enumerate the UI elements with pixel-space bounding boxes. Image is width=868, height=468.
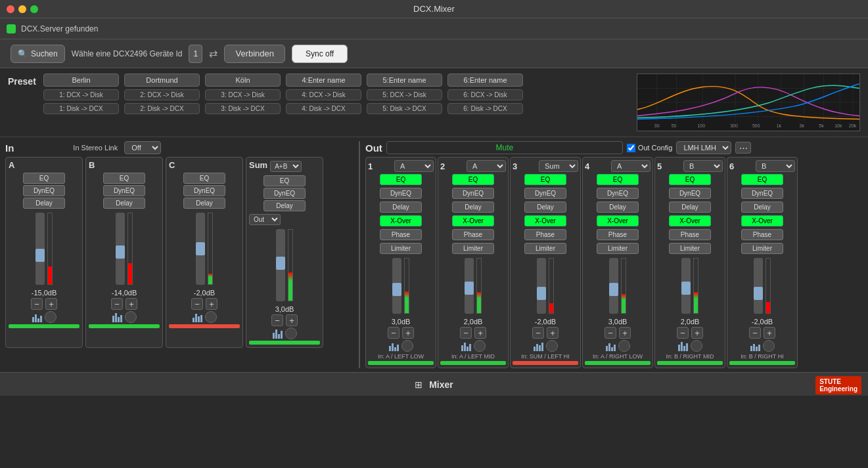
out-ch-2-db-minus[interactable]: − [460,327,472,339]
minimize-button[interactable] [18,5,26,13]
out-ch-1-eq[interactable]: EQ [380,174,422,185]
out-ch-4-mute[interactable] [618,340,630,352]
out-ch-4-delay[interactable]: Delay [597,202,639,213]
out-ch-1-limiter[interactable]: Limiter [380,243,422,254]
out-config-select[interactable]: LMH LMH Custom [676,141,731,154]
in-ch-sum-dyneq[interactable]: DynEQ [263,188,306,199]
out-ch-1-db-minus[interactable]: − [388,327,400,339]
out-ch-3-eq-bars[interactable] [534,341,543,351]
out-ch-2-eq-bars[interactable] [461,341,471,351]
out-ch-1-db-plus[interactable]: + [402,327,414,339]
preset-name-3[interactable]: Köln [205,74,281,87]
in-ch-b-delay[interactable]: Delay [103,198,145,209]
device-id-select[interactable]: 1 2 3 [189,45,202,63]
window-controls[interactable] [7,5,38,13]
out-ch-2-mute[interactable] [474,340,486,352]
out-ch-5-limiter[interactable]: Limiter [669,243,711,254]
in-ch-sum-out-select[interactable]: Out [249,214,281,225]
out-config-more[interactable]: ⋯ [735,142,751,154]
out-ch-2-src[interactable]: ABSum [467,160,506,172]
in-ch-sum-delay[interactable]: Delay [263,200,306,211]
preset-save-2[interactable]: 2: DCX -> Disk [124,89,200,100]
preset-load-5[interactable]: 5: Disk -> DCX [367,103,442,114]
maximize-button[interactable] [30,5,38,13]
preset-name-2[interactable]: Dortmund [124,74,200,87]
out-ch-6-delay[interactable]: Delay [741,202,783,213]
preset-name-5[interactable]: 5:Enter name [367,74,442,87]
in-ch-b-db-plus[interactable]: + [126,298,137,310]
close-button[interactable] [7,5,14,13]
out-ch-4-fader-handle[interactable] [609,283,618,296]
preset-save-5[interactable]: 5: DCX -> Disk [367,89,442,100]
out-ch-6-fader[interactable] [754,258,763,314]
out-ch-4-src[interactable]: ABSum [611,160,651,172]
out-ch-4-db-plus[interactable]: + [619,327,631,339]
out-ch-6-eq-bars[interactable] [750,341,760,351]
out-ch-3-eq[interactable]: EQ [524,174,566,185]
out-ch-2-fader-handle[interactable] [465,282,474,295]
stereo-link-select[interactable]: Off A+B B+C [124,141,161,154]
out-ch-4-dyneq[interactable]: DynEQ [597,188,639,199]
out-ch-1-fader[interactable] [392,258,401,314]
in-ch-c-db-minus[interactable]: − [191,298,203,310]
in-ch-c-fader-handle[interactable] [196,242,205,255]
preset-name-4[interactable]: 4:Enter name [286,74,361,87]
in-ch-a-fader-handle[interactable] [35,249,45,262]
out-ch-2-db-plus[interactable]: + [474,327,486,339]
in-ch-a-dyneq[interactable]: DynEQ [23,185,65,196]
preset-load-4[interactable]: 4: Disk -> DCX [286,103,361,114]
in-ch-b-eq[interactable]: EQ [103,173,145,184]
in-ch-c-db-plus[interactable]: + [206,298,217,310]
in-ch-c-eq-bars[interactable] [193,312,202,322]
out-ch-2-eq[interactable]: EQ [452,174,494,185]
out-ch-5-db-minus[interactable]: − [677,327,689,339]
out-ch-6-phase[interactable]: Phase [741,229,783,240]
in-ch-a-fader[interactable] [35,213,45,285]
in-ch-a-db-minus[interactable]: − [31,298,43,310]
in-ch-c-fader[interactable] [196,213,205,285]
out-ch-3-db-plus[interactable]: + [547,327,559,339]
in-ch-sum-mute[interactable] [285,328,297,339]
out-ch-4-eq-bars[interactable] [606,341,616,351]
in-ch-a-db-plus[interactable]: + [45,298,57,310]
out-ch-3-xover[interactable]: X-Over [524,215,566,226]
out-ch-1-dyneq[interactable]: DynEQ [380,188,422,199]
out-ch-5-phase[interactable]: Phase [669,229,711,240]
search-button[interactable]: 🔍 Suchen [11,45,65,63]
out-ch-5-src[interactable]: ABSum [683,160,723,172]
out-ch-3-src[interactable]: ABSum [539,160,578,172]
out-ch-5-dyneq[interactable]: DynEQ [669,188,711,199]
in-ch-sum-db-plus[interactable]: + [286,314,298,326]
out-ch-5-fader-handle[interactable] [681,282,691,295]
out-ch-5-fader[interactable] [681,258,691,314]
in-ch-b-db-minus[interactable]: − [111,298,123,310]
in-ch-b-eq-bars[interactable] [112,312,122,322]
out-ch-4-db-minus[interactable]: − [605,327,616,339]
out-ch-3-db-minus[interactable]: − [532,327,544,339]
out-ch-6-dyneq[interactable]: DynEQ [741,188,783,199]
out-config-checkbox[interactable] [627,144,635,152]
out-ch-3-fader-handle[interactable] [537,287,546,300]
mute-button[interactable]: Mute [386,141,623,154]
in-ch-a-eq[interactable]: EQ [23,173,65,184]
out-ch-6-fader-handle[interactable] [754,287,763,300]
out-ch-6-xover[interactable]: X-Over [741,215,783,226]
out-ch-6-mute[interactable] [763,340,775,352]
out-ch-5-eq[interactable]: EQ [669,174,711,185]
out-ch-2-phase[interactable]: Phase [452,229,494,240]
preset-save-3[interactable]: 3: DCX -> Disk [205,89,281,100]
preset-load-1[interactable]: 1: Disk -> DCX [43,103,119,114]
out-ch-5-xover[interactable]: X-Over [669,215,711,226]
out-ch-2-dyneq[interactable]: DynEQ [452,188,494,199]
in-ch-sum-fader[interactable] [276,229,285,301]
out-ch-4-limiter[interactable]: Limiter [597,243,639,254]
out-ch-3-mute[interactable] [546,340,558,352]
preset-name-6[interactable]: 6:Enter name [447,74,523,87]
in-ch-sum-eq-bars[interactable] [273,328,283,339]
preset-name-1[interactable]: Berlin [43,74,119,87]
out-ch-3-limiter[interactable]: Limiter [524,243,566,254]
preset-load-2[interactable]: 2: Disk -> DCX [124,103,200,114]
transfer-icon[interactable]: ⇄ [209,47,217,60]
out-ch-5-eq-bars[interactable] [678,341,688,351]
preset-load-3[interactable]: 3: Disk -> DCX [205,103,281,114]
